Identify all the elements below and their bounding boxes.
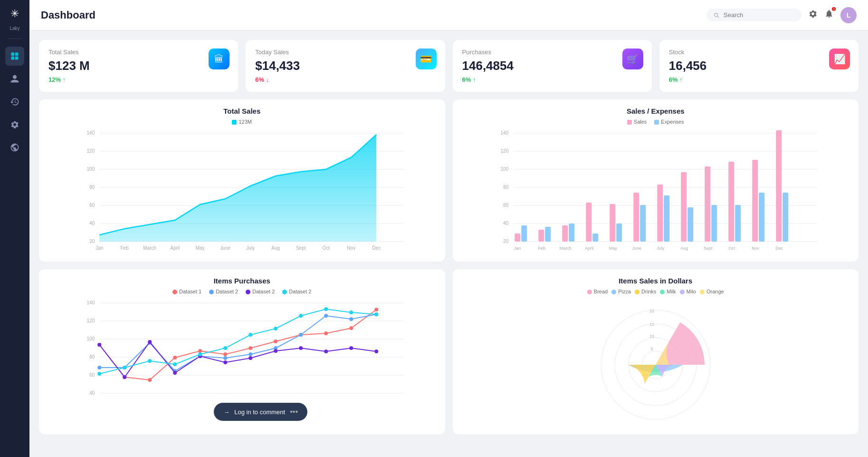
svg-point-110 xyxy=(349,317,353,321)
svg-point-106 xyxy=(248,352,252,356)
svg-rect-57 xyxy=(711,205,717,242)
svg-text:Nov: Nov xyxy=(752,246,760,251)
svg-text:20: 20 xyxy=(649,309,654,313)
svg-rect-52 xyxy=(657,185,663,242)
svg-text:60: 60 xyxy=(89,372,95,378)
svg-text:March: March xyxy=(559,246,571,251)
svg-point-131 xyxy=(274,327,277,331)
sales-legend-label: Sales xyxy=(634,119,647,125)
svg-point-123 xyxy=(374,350,378,353)
sidebar-divider xyxy=(8,39,22,39)
svg-text:Feb: Feb xyxy=(538,246,545,251)
svg-text:140: 140 xyxy=(87,300,95,305)
svg-text:20: 20 xyxy=(503,239,509,244)
sidebar-item-users[interactable] xyxy=(5,69,24,88)
svg-text:100: 100 xyxy=(500,166,508,172)
svg-rect-63 xyxy=(782,193,788,242)
stat-change-today-sales: 6% ↓ xyxy=(255,76,435,83)
main-content: Dashboard 0 L Total Sales $123 M 12% ↑ xyxy=(29,0,868,457)
avatar[interactable]: L xyxy=(840,7,857,23)
svg-point-98 xyxy=(349,326,353,330)
svg-point-118 xyxy=(248,356,252,360)
stat-label-today-sales: Today Sales xyxy=(255,49,435,56)
expenses-legend-label: Expenses xyxy=(661,119,684,125)
items-purchases-title: Items Purchases xyxy=(47,277,438,285)
svg-point-129 xyxy=(223,346,227,350)
orange-label: Orange xyxy=(706,289,724,294)
stat-label-total-sales: Total Sales xyxy=(48,49,229,56)
sidebar-user-name: Laky xyxy=(10,26,19,31)
svg-text:Jan: Jan xyxy=(514,246,521,251)
svg-rect-58 xyxy=(728,162,734,242)
dataset2a-label: Dataset 2 xyxy=(216,289,238,294)
svg-rect-56 xyxy=(705,166,710,242)
sales-expenses-svg: 140 120 100 80 60 40 20 xyxy=(460,128,851,252)
svg-text:June: June xyxy=(632,246,641,251)
svg-rect-47 xyxy=(592,233,598,242)
svg-text:Sept: Sept xyxy=(296,245,306,251)
stat-icon-total-sales: 🏛 xyxy=(209,49,229,69)
svg-text:May: May xyxy=(196,245,205,251)
total-sales-chart: Total Sales 123M 140 120 100 xyxy=(39,99,445,262)
svg-text:120: 120 xyxy=(500,148,508,154)
stat-card-today-sales: Today Sales $14,433 6% ↓ 💳 xyxy=(246,40,445,92)
svg-point-122 xyxy=(349,346,353,350)
svg-point-94 xyxy=(248,346,252,350)
sales-expenses-legend: Sales Expenses xyxy=(460,119,851,125)
sidebar-item-dashboard[interactable] xyxy=(5,47,24,66)
bread-label: Bread xyxy=(594,289,608,294)
svg-point-134 xyxy=(349,311,353,314)
svg-text:120: 120 xyxy=(87,318,95,323)
svg-point-108 xyxy=(299,333,303,337)
svg-point-91 xyxy=(173,356,177,360)
svg-text:100: 100 xyxy=(87,336,95,341)
svg-rect-44 xyxy=(562,225,568,242)
items-sales-title: Items Sales in Dollars xyxy=(460,277,851,285)
svg-text:April: April xyxy=(585,246,593,251)
svg-rect-60 xyxy=(752,160,758,242)
stat-icon-today-sales: 💳 xyxy=(416,49,437,69)
search-input[interactable] xyxy=(724,11,790,19)
dataset1-label: Dataset 1 xyxy=(179,289,201,294)
svg-point-130 xyxy=(248,333,252,337)
svg-rect-41 xyxy=(521,225,527,242)
sidebar-item-globe[interactable] xyxy=(5,138,24,157)
svg-rect-42 xyxy=(538,230,544,242)
comment-popup[interactable]: → Log in to comment ••• xyxy=(214,403,307,421)
stat-icon-purchases: 🛒 xyxy=(622,49,643,69)
sidebar-item-settings[interactable] xyxy=(5,115,24,134)
svg-point-125 xyxy=(123,366,126,369)
total-sales-legend: 123M xyxy=(47,119,438,125)
notifications-icon[interactable]: 0 xyxy=(824,9,834,21)
drinks-label: Drinks xyxy=(641,289,656,294)
svg-point-135 xyxy=(374,312,378,316)
svg-text:Oct: Oct xyxy=(322,245,330,251)
page-title: Dashboard xyxy=(41,9,95,21)
comment-popup-icon: → xyxy=(223,408,229,416)
svg-rect-55 xyxy=(687,207,693,242)
svg-point-120 xyxy=(299,346,303,350)
comment-popup-more[interactable]: ••• xyxy=(290,408,298,416)
svg-text:Feb: Feb xyxy=(121,245,129,251)
svg-text:Aug: Aug xyxy=(680,246,688,251)
svg-text:100: 100 xyxy=(87,166,95,172)
svg-text:Oct: Oct xyxy=(728,246,735,251)
stat-card-stock: Stock 16,456 6% ↑ 📈 xyxy=(659,40,858,92)
svg-point-105 xyxy=(223,356,227,360)
svg-point-93 xyxy=(223,352,227,356)
svg-point-113 xyxy=(123,375,126,379)
svg-text:May: May xyxy=(609,246,617,251)
content-area: Total Sales $123 M 12% ↑ 🏛 Today Sales $… xyxy=(29,30,868,457)
svg-rect-43 xyxy=(545,227,551,242)
search-box[interactable] xyxy=(706,9,801,21)
items-purchases-svg: 140 120 100 80 60 40 xyxy=(47,298,438,412)
svg-text:80: 80 xyxy=(89,354,95,360)
stat-value-today-sales: $14,433 xyxy=(255,58,435,73)
svg-text:March: March xyxy=(143,245,156,251)
settings-icon[interactable] xyxy=(808,9,818,21)
sidebar-item-history[interactable] xyxy=(5,92,24,111)
stat-label-stock: Stock xyxy=(669,49,849,56)
total-sales-chart-title: Total Sales xyxy=(47,107,438,115)
svg-text:Dec: Dec xyxy=(775,246,783,251)
svg-rect-50 xyxy=(633,193,639,242)
